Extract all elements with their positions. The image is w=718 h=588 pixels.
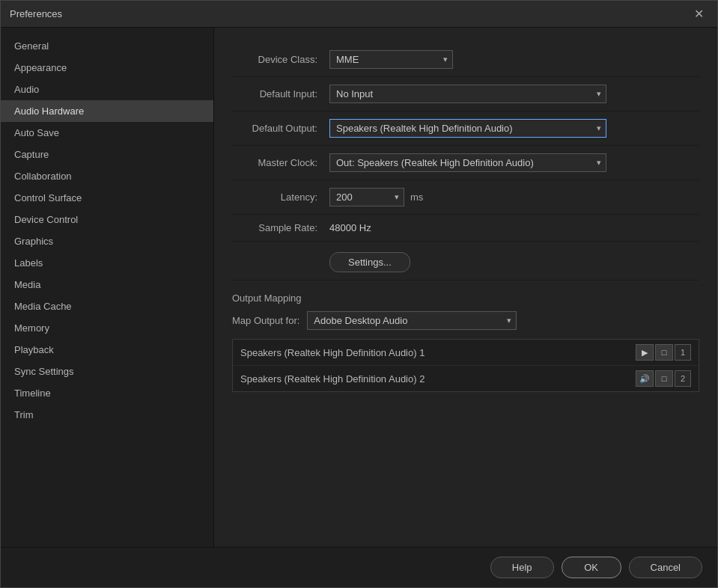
speaker-clip-btn-2[interactable]: □ (655, 370, 673, 387)
sidebar-item-timeline[interactable]: Timeline (1, 382, 213, 404)
main-content: Device Class: MMEASIOWDM Default Input: … (214, 28, 717, 547)
device-class-select[interactable]: MMEASIOWDM (329, 50, 453, 69)
sidebar-item-media-cache[interactable]: Media Cache (1, 295, 213, 317)
master-clock-label: Master Clock: (232, 157, 329, 168)
speaker-row-1: Speakers (Realtek High Definition Audio)… (233, 340, 699, 366)
latency-ms-label: ms (410, 192, 423, 203)
sidebar-item-graphics[interactable]: Graphics (1, 230, 213, 252)
sample-rate-row: Sample Rate: 48000 Hz (232, 215, 699, 242)
default-input-row: Default Input: No Input (232, 77, 699, 111)
speaker-row-2: Speakers (Realtek High Definition Audio)… (233, 366, 699, 391)
sidebar-item-device-control[interactable]: Device Control (1, 209, 213, 230)
default-output-select[interactable]: Speakers (Realtek High Definition Audio) (329, 119, 606, 138)
map-output-label: Map Output for: (232, 315, 299, 326)
sample-rate-value: 48000 Hz (329, 222, 371, 233)
sidebar-item-capture[interactable]: Capture (1, 144, 213, 165)
latency-row: Latency: 200 ms (232, 180, 699, 215)
sidebar-item-appearance[interactable]: Appearance (1, 57, 213, 79)
default-input-label: Default Input: (232, 88, 329, 99)
default-output-label: Default Output: (232, 123, 329, 134)
sidebar-item-audio[interactable]: Audio (1, 79, 213, 100)
dialog-body: GeneralAppearanceAudioAudio HardwareAuto… (1, 28, 717, 547)
master-clock-row: Master Clock: Out: Speakers (Realtek Hig… (232, 146, 699, 180)
latency-control: 200 ms (329, 188, 699, 206)
default-input-select-wrapper: No Input (329, 85, 606, 103)
sidebar-item-playback[interactable]: Playback (1, 339, 213, 361)
sidebar-item-auto-save[interactable]: Auto Save (1, 122, 213, 144)
master-clock-select-wrapper: Out: Speakers (Realtek High Definition A… (329, 153, 606, 172)
map-output-select[interactable]: Adobe Desktop Audio (307, 311, 517, 330)
default-output-control: Speakers (Realtek High Definition Audio) (329, 119, 699, 138)
sidebar-item-control-surface[interactable]: Control Surface (1, 187, 213, 209)
device-class-control: MMEASIOWDM (329, 50, 699, 69)
sidebar-item-media[interactable]: Media (1, 274, 213, 295)
latency-select-wrapper: 200 (329, 188, 404, 206)
output-mapping-title: Output Mapping (232, 293, 699, 304)
map-output-row: Map Output for: Adobe Desktop Audio (232, 311, 699, 330)
master-clock-select[interactable]: Out: Speakers (Realtek High Definition A… (329, 153, 606, 172)
output-mapping-section: Output Mapping Map Output for: Adobe Des… (232, 293, 699, 392)
speaker-play-btn-2[interactable]: 🔊 (636, 370, 654, 387)
sidebar-item-audio-hardware[interactable]: Audio Hardware (1, 100, 213, 122)
master-clock-control: Out: Speakers (Realtek High Definition A… (329, 153, 699, 172)
sample-rate-control: 48000 Hz (329, 222, 699, 233)
device-class-row: Device Class: MMEASIOWDM (232, 43, 699, 77)
preferences-dialog: Preferences ✕ GeneralAppearanceAudioAudi… (0, 0, 718, 588)
sidebar-item-sync-settings[interactable]: Sync Settings (1, 361, 213, 382)
title-bar: Preferences ✕ (1, 1, 717, 28)
sidebar-item-collaboration[interactable]: Collaboration (1, 165, 213, 187)
close-button[interactable]: ✕ (690, 7, 708, 22)
default-input-control: No Input (329, 85, 699, 103)
default-output-select-wrapper: Speakers (Realtek High Definition Audio) (329, 119, 606, 138)
settings-button[interactable]: Settings... (329, 252, 410, 272)
help-button[interactable]: Help (490, 557, 554, 578)
speaker-play-btn-1[interactable]: ▶ (636, 344, 654, 361)
dialog-title: Preferences (10, 8, 62, 19)
speaker-name-1: Speakers (Realtek High Definition Audio)… (240, 347, 636, 358)
speaker-num-2: 2 (675, 370, 691, 387)
latency-label: Latency: (232, 192, 329, 203)
cancel-button[interactable]: Cancel (629, 557, 702, 578)
default-input-select[interactable]: No Input (329, 85, 606, 103)
speaker-clip-btn-1[interactable]: □ (655, 344, 673, 361)
device-class-select-wrapper: MMEASIOWDM (329, 50, 453, 69)
sidebar-item-labels[interactable]: Labels (1, 252, 213, 274)
sidebar-item-memory[interactable]: Memory (1, 317, 213, 339)
dialog-footer: Help OK Cancel (1, 547, 717, 587)
sidebar: GeneralAppearanceAudioAudio HardwareAuto… (1, 28, 214, 547)
sidebar-item-general[interactable]: General (1, 35, 213, 57)
settings-row: Settings... (232, 242, 699, 281)
speaker-name-2: Speakers (Realtek High Definition Audio)… (240, 373, 636, 385)
latency-select[interactable]: 200 (329, 188, 404, 206)
ok-button[interactable]: OK (562, 557, 621, 578)
sample-rate-label: Sample Rate: (232, 222, 329, 233)
default-output-row: Default Output: Speakers (Realtek High D… (232, 111, 699, 146)
speaker-num-1: 1 (675, 344, 691, 361)
device-class-label: Device Class: (232, 54, 329, 65)
speakers-table: Speakers (Realtek High Definition Audio)… (232, 339, 699, 392)
map-output-select-wrapper: Adobe Desktop Audio (307, 311, 517, 330)
sidebar-item-trim[interactable]: Trim (1, 404, 213, 426)
